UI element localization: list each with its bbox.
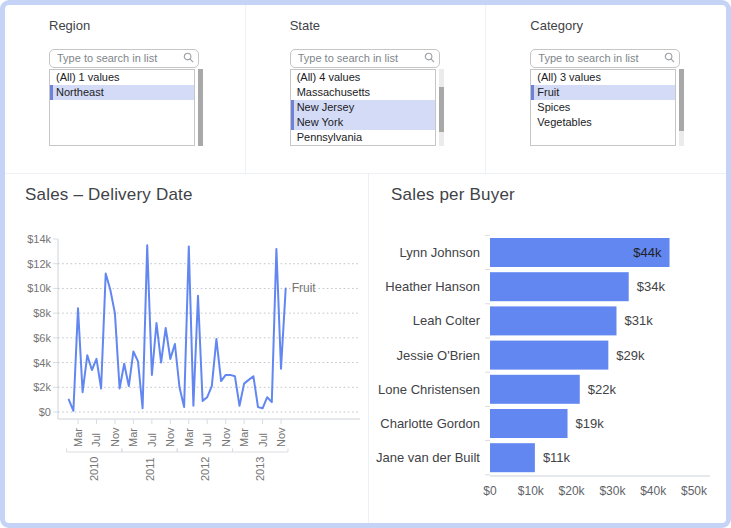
bar-charlotte-gordon[interactable] [490, 409, 568, 438]
month-label: Mar [72, 428, 84, 447]
list-item[interactable]: Northeast [50, 85, 194, 100]
list-item[interactable]: (All) 3 values [531, 70, 675, 85]
bar-category-label: Lynn Johnson [400, 245, 480, 260]
x-tick-label: $0 [483, 484, 497, 498]
bar-jessie-o-brien[interactable] [490, 341, 608, 370]
year-label: 2011 [144, 457, 156, 481]
bar-category-label: Charlotte Gordon [380, 416, 480, 431]
x-tick-label: $20k [559, 484, 586, 498]
filter-title-state: State [290, 18, 320, 33]
list-item[interactable]: Massachusetts [291, 85, 435, 100]
x-tick-label: $30k [599, 484, 626, 498]
line-series-fruit[interactable] [69, 245, 286, 411]
year-bracket [122, 449, 177, 453]
scrollbar[interactable] [439, 69, 444, 146]
bar-category-label: Lone Christensen [378, 382, 480, 397]
month-label: Mar [238, 428, 250, 447]
month-label: Nov [220, 427, 232, 447]
scrollbar-thumb[interactable] [439, 87, 444, 132]
list-item[interactable]: (All) 4 values [291, 70, 435, 85]
filter-list-state[interactable]: (All) 4 valuesMassachusettsNew JerseyNew… [290, 69, 436, 146]
bar-category-label: Leah Colter [413, 313, 481, 328]
filter-list-region[interactable]: (All) 1 valuesNortheast [49, 69, 195, 146]
search-icon [183, 52, 194, 63]
list-item[interactable]: Fruit [531, 85, 675, 100]
bar-chart-title: Sales per Buyer [391, 185, 515, 205]
x-tick-label: $10k [518, 484, 545, 498]
y-tick-label: $8k [33, 307, 51, 319]
year-label: 2013 [254, 457, 266, 481]
bar-category-label: Jane van der Built [376, 450, 480, 465]
month-label: Nov [275, 427, 287, 447]
bar-value-label: $34k [637, 279, 666, 294]
bar-jane-van-der-built[interactable] [490, 443, 535, 472]
filter-panel-category: Category(All) 3 valuesFruitSpicesVegetab… [486, 5, 726, 173]
year-bracket [177, 449, 232, 453]
month-label: Jul [201, 433, 213, 447]
filter-list-category[interactable]: (All) 3 valuesFruitSpicesVegetables [530, 69, 676, 146]
horizontal-divider [5, 173, 726, 174]
month-label: Mar [183, 428, 195, 447]
y-tick-label: $12k [27, 258, 51, 270]
bar-lone-christensen[interactable] [490, 375, 580, 404]
scrollbar[interactable] [679, 69, 684, 146]
bar-category-label: Heather Hanson [385, 279, 480, 294]
line-chart-title: Sales – Delivery Date [25, 185, 193, 205]
y-tick-label: $4k [33, 357, 51, 369]
dashboard: Region(All) 1 valuesNortheastState(All) … [0, 0, 731, 528]
search-icon [664, 52, 675, 63]
search-box [530, 48, 680, 67]
bar-value-label: $11k [543, 450, 571, 465]
list-item[interactable]: Vegetables [531, 115, 675, 130]
series-label-fruit: Fruit [292, 281, 317, 295]
y-tick-label: $10k [27, 282, 51, 294]
year-label: 2010 [88, 457, 100, 481]
y-tick-label: $2k [33, 381, 51, 393]
filter-row: Region(All) 1 valuesNortheastState(All) … [5, 5, 726, 173]
bar-value-label: $44k [633, 245, 662, 260]
month-label: Mar [127, 428, 139, 447]
search-icon [424, 52, 435, 63]
line-chart: $0$2k$4k$6k$8k$10k$12k$14kMarJulNov2010M… [8, 222, 363, 502]
month-label: Nov [164, 427, 176, 447]
y-tick-label: $0 [39, 406, 51, 418]
bar-heather-hanson[interactable] [490, 272, 629, 301]
month-label: Jul [257, 433, 269, 447]
filter-panel-state: State(All) 4 valuesMassachusettsNew Jers… [246, 5, 487, 173]
bar-value-label: $22k [588, 382, 617, 397]
x-tick-label: $50k [681, 484, 708, 498]
search-input-region[interactable] [49, 49, 199, 68]
bar-value-label: $31k [624, 313, 653, 328]
bar-chart: $0$10k$20k$30k$40k$50kLynn Johnson$44kHe… [370, 222, 726, 515]
list-item[interactable]: New Jersey [291, 100, 435, 115]
filter-title-region: Region [49, 18, 90, 33]
search-input-state[interactable] [290, 49, 440, 68]
year-label: 2012 [199, 457, 211, 481]
search-box [290, 48, 440, 67]
scrollbar-thumb[interactable] [679, 69, 684, 131]
bar-category-label: Jessie O'Brien [397, 348, 480, 363]
bar-value-label: $19k [576, 416, 605, 431]
year-bracket [67, 449, 122, 453]
month-label: Jul [146, 433, 158, 447]
list-item[interactable]: Pennsylvania [291, 130, 435, 145]
filter-panel-region: Region(All) 1 valuesNortheast [5, 5, 246, 173]
list-item[interactable]: New York [291, 115, 435, 130]
year-bracket [233, 449, 288, 453]
vertical-divider [368, 174, 369, 523]
month-label: Jul [90, 433, 102, 447]
month-label: Nov [109, 427, 121, 447]
search-box [49, 48, 199, 67]
list-item[interactable]: (All) 1 values [50, 70, 194, 85]
bar-value-label: $29k [616, 348, 645, 363]
axis-labels: $0$2k$4k$6k$8k$10k$12k$14kMarJulNov2010M… [27, 233, 287, 481]
scrollbar-thumb[interactable] [198, 69, 203, 146]
scrollbar[interactable] [198, 69, 203, 146]
search-input-category[interactable] [530, 49, 680, 68]
y-tick-label: $6k [33, 332, 51, 344]
x-tick-label: $40k [640, 484, 667, 498]
bar-leah-colter[interactable] [490, 306, 616, 335]
list-item[interactable]: Spices [531, 100, 675, 115]
y-tick-label: $14k [27, 233, 51, 245]
filter-title-category: Category [530, 18, 583, 33]
